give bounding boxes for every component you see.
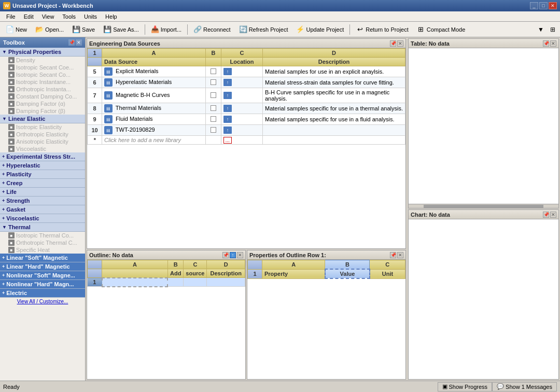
return-to-project-button[interactable]: ↩ Return to Project (352, 24, 412, 35)
checkbox-9[interactable] (211, 116, 216, 122)
col-label-datasource: Data Source (102, 58, 206, 66)
toolbox-section-plasticity-header[interactable]: + Plasticity (0, 170, 85, 179)
add-library-row[interactable]: * Click here to add a new library ... (88, 136, 405, 145)
add-library-cell[interactable]: Click here to add a new library (102, 136, 206, 145)
toolbox-item-isotropic-secant1[interactable]: ■ Isotropic Secant Coe... (0, 64, 85, 71)
toolbox-item-ortho-elasticity[interactable]: ■ Orthotropic Elasticity (0, 131, 85, 138)
outline-add-row[interactable]: 1 (88, 278, 245, 287)
toolbox-item-specific-heat[interactable]: ■ Specific Heat (0, 246, 85, 254)
open-button[interactable]: 📂 Open... (32, 24, 67, 35)
new-button[interactable]: 📄 New (2, 24, 31, 35)
toolbox-section-hyperelastic-header[interactable]: + Hyperelastic (0, 161, 85, 170)
reconnect-button[interactable]: 🔗 Reconnect (190, 24, 234, 35)
col-header-num: 1 (88, 49, 102, 58)
checkbox-8[interactable] (211, 105, 216, 111)
toolbox-item-isotropic-inst[interactable]: ■ Isotropic Instantane... (0, 78, 85, 86)
row-datasource-9[interactable]: ▤ Fluid Materials (102, 114, 206, 125)
menu-help[interactable]: Help (101, 11, 121, 21)
table-scrollbar[interactable] (409, 204, 558, 208)
outline-name-cell[interactable] (102, 278, 168, 287)
chart-close-btn[interactable]: ✕ (550, 212, 556, 218)
toolbox-section-linear-elastic-header[interactable]: ▼ Linear Elastic (0, 115, 85, 123)
toolbox-item-iso-elasticity[interactable]: ■ Isotropic Elasticity (0, 123, 85, 131)
toolbox-section-nhm-header[interactable]: + Nonlinear "Hard" Magn... (0, 280, 85, 289)
chart-pin-btn[interactable]: 📌 (543, 212, 549, 218)
ellipsis-button[interactable]: ... (223, 137, 232, 144)
toolbox-item-iso-thermal[interactable]: ■ Isotropic Thermal Co... (0, 232, 85, 239)
outline-close-btn[interactable]: ✕ (237, 252, 243, 258)
table-close-btn[interactable]: ✕ (550, 40, 556, 47)
progress-icon: ▣ (442, 383, 447, 390)
row-datasource-6[interactable]: ▤ Hyperelastic Materials (102, 77, 206, 88)
toolbox-section-viscoelastic-header[interactable]: + Viscoelastic (0, 214, 85, 223)
toolbox-item-ortho-thermal[interactable]: ■ Orthotropic Thermal C... (0, 239, 85, 246)
toolbox-section-creep-header[interactable]: + Creep (0, 179, 85, 188)
item-icon: ■ (8, 131, 15, 137)
toolbox-pin-btn[interactable]: 📌 (68, 39, 75, 46)
maximize-btn[interactable]: □ (539, 2, 548, 9)
row-cb-5[interactable] (206, 66, 221, 77)
toolbox-item-isotropic-secant2[interactable]: ■ Isotropic Secant Co... (0, 71, 85, 78)
close-btn[interactable]: ✕ (549, 2, 557, 9)
save-button[interactable]: 💾 Save (68, 24, 99, 35)
toolbox-item-const-damping[interactable]: ■ Constant Damping Co... (0, 93, 85, 100)
refresh-project-button[interactable]: 🔄 Refresh Project (235, 24, 292, 35)
toolbox-item-viscoelastic[interactable]: ■ Viscoelastic (0, 145, 85, 152)
toolbox-section-life-header[interactable]: + Life (0, 188, 85, 197)
toolbox-section-electric-header[interactable]: + Electric (0, 289, 85, 298)
row-cb-9[interactable] (206, 114, 221, 125)
toolbox-section-exp-stress-header[interactable]: + Experimental Stress Str... (0, 152, 85, 161)
checkbox-7[interactable] (211, 92, 216, 98)
row-cb-10[interactable] (206, 125, 221, 136)
row-datasource-5[interactable]: ▤ Explicit Materials (102, 66, 206, 77)
import-button[interactable]: 📥 Import... (147, 24, 185, 35)
outline-pin-btn[interactable]: 📌 (222, 252, 229, 258)
row-loc-6: ↑ (221, 77, 263, 88)
menu-view[interactable]: View (38, 11, 59, 21)
checkbox-5[interactable] (211, 68, 216, 74)
compact-mode-button[interactable]: ⊞ Compact Mode (413, 24, 469, 35)
row-datasource-7[interactable]: ▤ Magnetic B-H Curves (102, 88, 206, 103)
row-cb-8[interactable] (206, 103, 221, 114)
toolbox-section-lsm-header[interactable]: + Linear "Soft" Magnetic (0, 254, 85, 262)
prop-row-num-label: 1 (248, 269, 262, 278)
menu-tools[interactable]: Tools (58, 11, 80, 21)
toolbox-section-gasket-header[interactable]: + Gasket (0, 205, 85, 214)
checkbox-10[interactable] (211, 127, 216, 133)
col-label-description: Description (263, 58, 405, 66)
row-datasource-10[interactable]: ▤ TWT-20190829 (102, 125, 206, 136)
checkbox-6[interactable] (211, 79, 216, 85)
eng-data-pin-btn[interactable]: 📌 (390, 40, 396, 47)
toolbox-section-thermal-header[interactable]: ▼ Thermal (0, 223, 85, 232)
toolbox-item-damping-beta[interactable]: ■ Damping Factor (β) (0, 107, 85, 115)
save-as-button[interactable]: 💾 Save As... (100, 24, 143, 35)
show-progress-button[interactable]: ▣ Show Progress (438, 382, 493, 391)
add-loc-cell[interactable]: ... (221, 136, 263, 145)
row-cb-6[interactable] (206, 77, 221, 88)
table-pin-btn[interactable]: 📌 (543, 40, 549, 47)
properties-pin-btn[interactable]: 📌 (390, 252, 396, 258)
row-cb-7[interactable] (206, 88, 221, 103)
show-messages-button[interactable]: 💬 Show 1 Messages (492, 382, 557, 391)
eng-data-close-btn[interactable]: ✕ (397, 40, 403, 47)
menu-units[interactable]: Units (80, 11, 101, 21)
row-datasource-8[interactable]: ▤ Thermal Materials (102, 103, 206, 114)
toolbox-section-lhm-header[interactable]: + Linear "Hard" Magnetic (0, 262, 85, 271)
toolbox-item-damping-alpha[interactable]: ■ Damping Factor (α) (0, 100, 85, 107)
view-all-link[interactable]: View All / Customize... (0, 298, 85, 305)
minimize-btn[interactable]: _ (530, 2, 538, 9)
menu-file[interactable]: File (2, 11, 20, 21)
toolbox-section-strength-header[interactable]: + Strength (0, 197, 85, 205)
toolbox-section-physical-header[interactable]: ▼ Physical Properties (0, 48, 85, 57)
update-project-button[interactable]: ⚡ Update Project (292, 24, 347, 35)
toolbox-item-aniso-elasticity[interactable]: ■ Anisotropic Elasticity (0, 138, 85, 145)
outline-up-btn[interactable]: ↑ (230, 252, 236, 258)
filter-button[interactable]: ▼ (535, 24, 547, 35)
toolbox-item-ortho-inst[interactable]: ■ Orthotropic Instanta... (0, 86, 85, 93)
grid-button[interactable]: ⊞ (548, 24, 558, 35)
properties-close-btn[interactable]: ✕ (397, 252, 403, 258)
toolbox-section-nsm-header[interactable]: + Nonlinear "Soft" Magne... (0, 271, 85, 280)
menu-edit[interactable]: Edit (20, 11, 38, 21)
toolbox-close-btn[interactable]: ✕ (76, 39, 82, 46)
toolbox-item-density[interactable]: ■ Density (0, 57, 85, 64)
